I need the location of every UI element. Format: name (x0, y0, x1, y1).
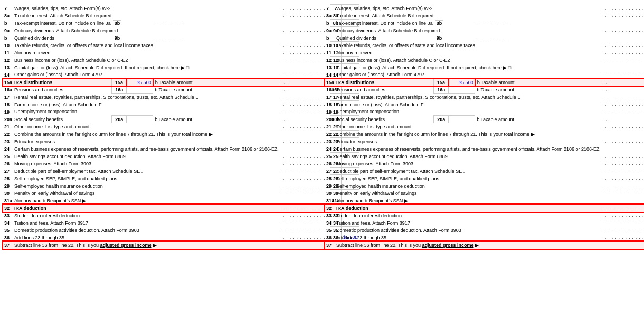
table-row: 11 Alimony received . . . . . . . . . . … (325, 49, 644, 57)
row-label: Alimony received (13, 49, 279, 57)
amount-a (449, 86, 475, 94)
table-row: 12 Business income or (loss). Attach Sch… (3, 57, 359, 64)
table-row: 22 Combine the amounts in the far right … (325, 131, 644, 138)
row-label: Business income or (loss). Attach Schedu… (335, 57, 601, 64)
dots-cell: . . . . . . . . . . . . . . . (601, 27, 644, 34)
row-number: 8a (325, 12, 335, 20)
row-label: Self-employed health insurance deduction (335, 182, 601, 190)
row-number: 21 (3, 123, 13, 131)
row-label: Self-employed SEP, SIMPLE, and qualified… (335, 175, 601, 182)
line-num-a: 16a (112, 86, 127, 94)
table-row: 20a Social security benefits 20a b Taxab… (3, 116, 359, 123)
table-row: 10 Taxable refunds, credits, or offsets … (325, 42, 644, 49)
table-row: 30 Penalty on early withdrawal of saving… (325, 190, 644, 197)
row-label: Educator expenses (335, 138, 601, 145)
table-row: 17 Rental real estate, royalties, partne… (3, 94, 359, 101)
row-number: b (325, 20, 335, 27)
dots-cell: . . . . . . . . . . . . . . . (601, 234, 644, 242)
row-label: Certain business expenses of reservists,… (13, 145, 279, 153)
table-row: 25 Health savings account deduction. Att… (3, 153, 359, 160)
table-row: 18 Farm income or (loss). Attach Schedul… (3, 101, 359, 108)
row-number: 34 (3, 219, 13, 227)
line-num-a: 15a (112, 79, 127, 86)
dots-cell: . . . . . . . . . . . . . . . (601, 42, 644, 49)
row-label: Pensions and annuities (335, 86, 434, 94)
table-row: 14 Other gains or (losses). Attach Form … (3, 71, 359, 79)
sub-b-label: b Taxable amount (153, 86, 279, 94)
table-row: 29 Self-employed health insurance deduct… (325, 182, 644, 190)
row-number: 36 (3, 234, 13, 242)
row-label: Domestic production activities deduction… (13, 227, 279, 234)
dots-cell: . . . . . . . . . . . . . . . (601, 57, 644, 64)
row-number: 18 (325, 101, 335, 108)
dots-cell: . . . . . . . . . . (475, 34, 644, 42)
row-number: 36 (325, 234, 335, 242)
row-label: Alimony received (335, 49, 601, 57)
row-label: Wages, salaries, tips, etc. Attach Form(… (335, 5, 601, 12)
row-number: 25 (325, 153, 335, 160)
sub-b-label: b Taxable amount (475, 79, 601, 86)
row-number: 27 (325, 168, 335, 175)
dots-cell: . . . . . . . . . . . . . . . (601, 123, 644, 131)
row-label: Taxable interest. Attach Schedule B if r… (335, 12, 601, 20)
table-row: 10 Taxable refunds, credits, or offsets … (3, 42, 359, 49)
row-number: b (325, 34, 335, 42)
row-label: Tuition and fees. Attach Form 8917 (13, 219, 279, 227)
row-label: Self-employed health insurance deduction (13, 182, 279, 190)
row-number: 13 (3, 64, 13, 71)
row-label: Student loan interest deduction (13, 212, 279, 219)
row-label: IRA distributions (335, 79, 434, 86)
table-row: 23 Educator expenses . . . . . . . . . .… (325, 138, 644, 145)
row-number: 34 (325, 219, 335, 227)
row-number: 27 (3, 168, 13, 175)
dots-cell: . . . (601, 86, 644, 94)
table-row: 21 Other income. List type and amount . … (325, 123, 644, 131)
row-number: 10 (325, 42, 335, 49)
amount-a (127, 116, 153, 123)
row-label: Subtract line 36 from line 22. This is y… (335, 242, 601, 249)
table-row: 16a Pensions and annuities 16a b Taxable… (325, 86, 644, 94)
row-label: Capital gain or (loss). Attach Schedule … (335, 64, 601, 71)
row-number: 37 (3, 242, 13, 249)
table-row: 13 Capital gain or (loss). Attach Schedu… (3, 64, 359, 71)
row-number: 18 (3, 101, 13, 108)
table-row: 27 Deductible part of self-employment ta… (325, 168, 644, 175)
row-number: 8a (3, 12, 13, 20)
row-number: 29 (325, 182, 335, 190)
table-row: 17 Rental real estate, royalties, partne… (325, 94, 644, 101)
row-label: Add lines 23 through 35 (335, 234, 601, 242)
row-number: 23 (325, 138, 335, 145)
row-label: Rental real estate, royalties, partnersh… (335, 94, 601, 101)
table-row: 12 Business income or (loss). Attach Sch… (325, 57, 644, 64)
row-number: b (3, 20, 13, 27)
table-row: 27 Deductible part of self-employment ta… (3, 168, 359, 175)
row-number: 22 (3, 131, 13, 138)
sub-label-box: 9b (112, 34, 153, 42)
row-label: Other income. List type and amount (13, 123, 279, 131)
row-number: 28 (3, 175, 13, 182)
table-row: 15a IRA distributions 15a $5,500 b Taxab… (325, 79, 644, 86)
line-num-a: 20a (112, 116, 127, 123)
left-table: 7 Wages, salaries, tips, etc. Attach For… (3, 4, 359, 249)
table-row: 21 Other income. List type and amount . … (3, 123, 359, 131)
row-label: Health savings account deduction. Attach… (335, 153, 601, 160)
table-row: 34 Tuition and fees. Attach Form 8917 . … (325, 219, 644, 227)
row-label: IRA deduction (13, 205, 279, 212)
row-label: IRA deduction (335, 205, 601, 212)
row-label: Qualified dividends (335, 34, 434, 42)
dots-cell: . . . . . . . . . . . . . . . (601, 101, 644, 108)
dots-cell: . . . . . . . . . . . . . . . (601, 5, 644, 12)
sub-b-label: b Taxable amount (153, 116, 279, 123)
row-number: 15a (3, 79, 13, 86)
dots-cell (601, 242, 644, 249)
dots-cell: . . . (601, 79, 644, 86)
table-row: 19 Unemployment compensation . . . . . .… (325, 108, 644, 116)
table-row: 20a Social security benefits 20a b Taxab… (325, 116, 644, 123)
page-container: 7 Wages, salaries, tips, etc. Attach For… (0, 0, 644, 252)
row-label: Wages, salaries, tips, etc. Attach Form(… (13, 5, 279, 12)
sub-b-label: b Taxable amount (475, 86, 601, 94)
row-label: Social security benefits (335, 116, 434, 123)
table-row: 13 Capital gain or (loss). Attach Schedu… (325, 64, 644, 71)
table-row: 22 Combine the amounts in the far right … (3, 131, 359, 138)
row-number: 12 (325, 57, 335, 64)
